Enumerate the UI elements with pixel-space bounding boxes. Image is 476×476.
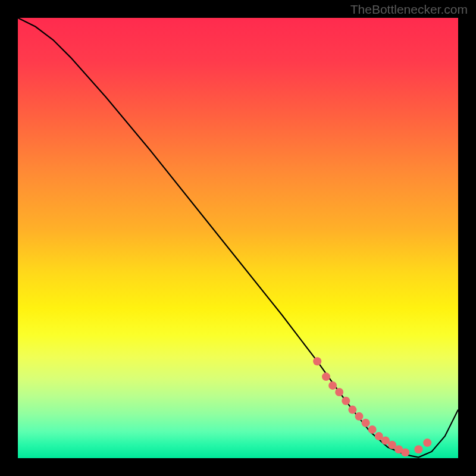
marker-dot — [322, 372, 330, 381]
marker-dot — [348, 406, 356, 414]
watermark-text: TheBottlenecker.com — [350, 2, 468, 17]
marker-dot — [362, 419, 370, 427]
marker-group — [313, 357, 431, 456]
marker-dot — [368, 425, 377, 434]
marker-dot — [423, 439, 431, 447]
marker-dot — [335, 388, 343, 396]
marker-dot — [328, 381, 337, 390]
marker-dot — [401, 448, 409, 456]
plot-area — [18, 18, 458, 458]
marker-dot — [414, 445, 422, 453]
curve-path — [18, 18, 458, 458]
marker-dot — [342, 397, 350, 405]
marker-dot — [355, 412, 364, 421]
chart-svg — [18, 18, 458, 458]
marker-dot — [313, 357, 321, 365]
